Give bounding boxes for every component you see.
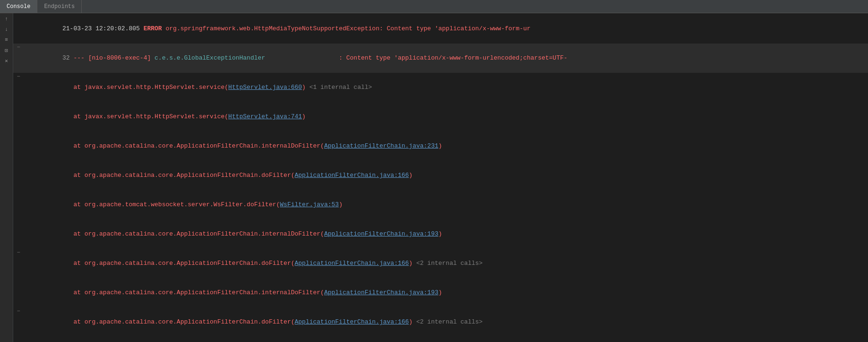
tab-endpoints[interactable]: Endpoints: [37, 0, 82, 13]
error-message: org.springframework.web.HttpMediaTypeNot…: [162, 25, 531, 32]
stack-suffix: ): [409, 172, 413, 179]
line-content: at javax.servlet.http.HttpServlet.servic…: [24, 73, 868, 102]
left-gutter: ↑ ↓ ≡ ⊡ ✕: [0, 13, 13, 342]
line-content: at org.apache.catalina.core.ApplicationF…: [24, 249, 868, 278]
stack-link[interactable]: WsFilter.java:53: [280, 201, 339, 208]
log-line: at org.apache.catalina.core.ApplicationF…: [13, 278, 868, 307]
log-line: at javax.servlet.http.HttpServlet.servic…: [13, 102, 868, 132]
line-content: at org.apache.catalina.core.ApplicationF…: [24, 337, 868, 342]
line-content: at org.apache.tomcat.websocket.server.Ws…: [24, 191, 868, 219]
log-container[interactable]: 21-03-23 12:20:02.805 ERROR org.springfr…: [13, 13, 868, 342]
class-name: c.e.s.e.GlobalExceptionHandler: [155, 54, 265, 61]
internal-call: <2 internal calls>: [416, 260, 482, 267]
clear-icon[interactable]: ✕: [3, 57, 10, 64]
log-line: 21-03-23 12:20:02.805 ERROR org.springfr…: [13, 14, 868, 44]
line-content: at javax.servlet.http.HttpServlet.servic…: [24, 103, 868, 131]
stack-prefix: at org.apache.tomcat.websocket.server.Ws…: [62, 201, 280, 208]
error-level: ERROR: [144, 25, 162, 32]
line-content: at org.apache.catalina.core.ApplicationF…: [24, 220, 868, 248]
tab-console[interactable]: Console: [0, 0, 37, 13]
stack-prefix: at org.apache.catalina.core.ApplicationF…: [62, 142, 324, 149]
line-toggle[interactable]: −: [13, 73, 24, 80]
stack-suffix: ): [438, 289, 442, 296]
log-line: − 32 --- [nio-8006-exec-4] c.e.s.e.Globa…: [13, 44, 868, 73]
stack-prefix: at org.apache.catalina.core.ApplicationF…: [62, 318, 294, 325]
log-line: at org.apache.catalina.core.ApplicationF…: [13, 219, 868, 249]
stack-suffix: ): [438, 230, 442, 237]
stack-link[interactable]: ApplicationFilterChain.java:166: [295, 172, 409, 179]
stack-link[interactable]: HttpServlet.java:660: [228, 84, 302, 91]
internal-call: <1 internal call>: [309, 84, 372, 91]
log-line: at org.apache.catalina.core.ApplicationF…: [13, 132, 868, 161]
stack-prefix: at org.apache.catalina.core.ApplicationF…: [62, 230, 324, 237]
stack-link[interactable]: ApplicationFilterChain.java:231: [324, 142, 438, 149]
line-content: at org.apache.catalina.core.ApplicationF…: [24, 161, 868, 190]
scroll-up-icon[interactable]: ↑: [3, 15, 10, 23]
stack-link[interactable]: HttpServlet.java:741: [228, 113, 302, 120]
console-area: ↑ ↓ ≡ ⊡ ✕ 21-03-23 12:20:02.805 ERROR or…: [0, 13, 868, 342]
stack-suffix: ): [409, 318, 416, 325]
thread-info: --- [nio-8006-exec-4]: [73, 54, 155, 61]
print-icon[interactable]: ⊡: [3, 46, 10, 54]
stack-prefix: at org.apache.catalina.core.ApplicationF…: [62, 289, 324, 296]
log-line: − at org.apache.catalina.core.Applicatio…: [13, 249, 868, 278]
internal-call: <2 internal calls>: [416, 318, 482, 325]
stack-link[interactable]: ApplicationFilterChain.java:166: [295, 318, 409, 325]
scroll-down-icon[interactable]: ↓: [3, 26, 10, 33]
stack-suffix: ): [302, 84, 309, 91]
line-content: 21-03-23 12:20:02.805 ERROR org.springfr…: [24, 15, 868, 43]
log-line: − at javax.servlet.http.HttpServlet.serv…: [13, 73, 868, 102]
line-content: at org.apache.catalina.core.ApplicationF…: [24, 132, 868, 160]
menu-icon[interactable]: ≡: [3, 36, 10, 44]
stack-suffix: ): [302, 113, 306, 120]
line-content: at org.apache.catalina.core.ApplicationF…: [24, 279, 868, 307]
stack-link[interactable]: ApplicationFilterChain.java:166: [295, 260, 409, 267]
stack-link[interactable]: ApplicationFilterChain.java:193: [324, 230, 438, 237]
line-number-badge: 32: [62, 54, 73, 61]
separator: : Content type 'application/x-www-form-u…: [265, 54, 567, 61]
stack-prefix: at javax.servlet.http.HttpServlet.servic…: [62, 113, 228, 120]
log-line: at org.apache.tomcat.websocket.server.Ws…: [13, 190, 868, 219]
stack-prefix: at org.apache.catalina.core.ApplicationF…: [62, 260, 294, 267]
log-line: − at org.apache.catalina.core.Applicatio…: [13, 307, 868, 337]
stack-suffix: ): [339, 201, 343, 208]
stack-suffix: ): [438, 142, 442, 149]
ide-window: Console Endpoints ↑ ↓ ≡ ⊡ ✕ 21-03-23 12:…: [0, 0, 868, 342]
log-line: at org.apache.catalina.core.ApplicationF…: [13, 337, 868, 342]
line-toggle[interactable]: −: [13, 249, 24, 256]
line-toggle[interactable]: −: [13, 44, 24, 51]
stack-link[interactable]: ApplicationFilterChain.java:193: [324, 289, 438, 296]
line-toggle[interactable]: −: [13, 308, 24, 315]
stack-prefix: at org.apache.catalina.core.ApplicationF…: [62, 172, 294, 179]
stack-suffix: ): [409, 260, 416, 267]
stack-prefix: at javax.servlet.http.HttpServlet.servic…: [62, 84, 228, 91]
log-line: at org.apache.catalina.core.ApplicationF…: [13, 161, 868, 190]
line-content: 32 --- [nio-8006-exec-4] c.e.s.e.GlobalE…: [24, 44, 868, 72]
timestamp: 21-03-23 12:20:02.805: [62, 25, 144, 32]
tab-bar: Console Endpoints: [0, 0, 868, 13]
line-content: at org.apache.catalina.core.ApplicationF…: [24, 308, 868, 336]
